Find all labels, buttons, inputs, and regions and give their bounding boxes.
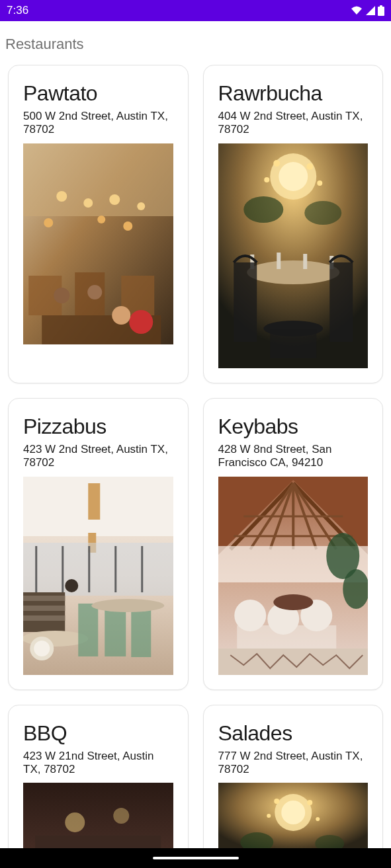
- svg-point-8: [44, 218, 53, 227]
- restaurant-address: 777 W 2nd Street, Austin TX, 78702: [218, 750, 369, 777]
- restaurant-card[interactable]: Pawtato 500 W 2nd Street, Austin TX, 787…: [8, 65, 189, 383]
- svg-rect-3: [23, 143, 173, 216]
- restaurant-address: 423 W 21nd Street, Austin TX, 78702: [23, 750, 173, 777]
- restaurant-image: [23, 143, 173, 344]
- svg-point-85: [274, 799, 279, 804]
- restaurant-address: 428 W 8nd Street, San Francisco CA, 9421…: [218, 443, 369, 470]
- svg-rect-0: [378, 7, 384, 16]
- svg-rect-49: [23, 606, 65, 611]
- restaurant-name: Rawrbucha: [218, 81, 369, 106]
- svg-rect-41: [23, 543, 173, 596]
- restaurant-card[interactable]: Salades 777 W 2nd Street, Austin TX, 787…: [203, 705, 384, 868]
- status-icons: [350, 5, 384, 16]
- page-title: Restaurants: [0, 21, 391, 65]
- svg-rect-55: [78, 604, 98, 656]
- restaurant-name: Pizzabus: [23, 414, 173, 439]
- svg-rect-42: [35, 546, 37, 592]
- svg-point-84: [281, 801, 305, 824]
- svg-point-18: [87, 285, 102, 299]
- svg-rect-1: [380, 5, 382, 7]
- restaurant-card[interactable]: Keybabs 428 W 8nd Street, San Francisco …: [203, 398, 384, 690]
- svg-point-5: [83, 198, 93, 208]
- battery-icon: [378, 5, 384, 16]
- svg-rect-31: [303, 254, 307, 269]
- svg-point-17: [54, 288, 69, 303]
- svg-point-21: [279, 162, 308, 191]
- svg-rect-33: [234, 262, 257, 342]
- restaurant-address: 500 W 2nd Street, Austin TX, 78702: [23, 110, 173, 137]
- svg-rect-46: [141, 546, 143, 592]
- svg-point-71: [343, 569, 368, 609]
- signal-icon: [365, 5, 376, 16]
- svg-rect-44: [88, 546, 90, 592]
- svg-rect-43: [62, 546, 64, 592]
- restaurant-address: 423 W 2nd Street, Austin TX, 78702: [23, 443, 173, 470]
- wifi-icon: [350, 5, 363, 16]
- svg-point-88: [316, 817, 320, 821]
- restaurant-card[interactable]: Pizzabus 423 W 2nd Street, Austin TX, 78…: [8, 398, 189, 690]
- svg-rect-48: [23, 596, 65, 601]
- restaurant-name: BBQ: [23, 721, 173, 746]
- svg-rect-34: [329, 262, 353, 342]
- svg-point-80: [113, 808, 129, 824]
- svg-point-54: [34, 641, 50, 656]
- svg-point-23: [306, 163, 313, 170]
- svg-point-76: [273, 594, 313, 610]
- svg-point-15: [129, 310, 153, 334]
- svg-point-10: [123, 221, 132, 231]
- svg-point-9: [97, 216, 105, 223]
- restaurant-name: Salades: [218, 721, 369, 746]
- svg-rect-39: [88, 483, 100, 520]
- svg-point-26: [243, 196, 283, 223]
- svg-point-86: [307, 800, 312, 805]
- svg-point-24: [264, 177, 269, 182]
- svg-point-79: [65, 812, 85, 832]
- status-bar: 7:36: [0, 0, 391, 21]
- svg-rect-57: [131, 606, 151, 657]
- status-time: 7:36: [7, 4, 28, 17]
- svg-point-4: [56, 191, 67, 202]
- restaurant-image: [23, 477, 173, 675]
- svg-point-51: [65, 579, 78, 592]
- svg-rect-30: [277, 253, 281, 269]
- svg-point-28: [247, 260, 339, 284]
- svg-point-87: [267, 814, 271, 818]
- svg-point-25: [317, 180, 322, 186]
- svg-rect-36: [270, 329, 316, 358]
- svg-point-16: [112, 306, 130, 325]
- restaurant-image: [218, 477, 369, 675]
- restaurant-card[interactable]: BBQ 423 W 21nd Street, Austin TX, 78702: [8, 705, 189, 868]
- svg-rect-45: [114, 546, 116, 592]
- android-nav-bar: [0, 848, 391, 868]
- svg-point-27: [304, 201, 341, 225]
- restaurant-name: Keybabs: [218, 414, 369, 439]
- nav-handle[interactable]: [153, 857, 239, 859]
- restaurant-image: [218, 143, 369, 368]
- restaurant-grid: Pawtato 500 W 2nd Street, Austin TX, 787…: [0, 65, 391, 868]
- svg-rect-77: [218, 649, 369, 675]
- restaurant-address: 404 W 2nd Street, Austin TX, 78702: [218, 110, 369, 137]
- svg-point-6: [109, 194, 120, 205]
- restaurant-name: Pawtato: [23, 81, 173, 106]
- restaurant-card[interactable]: Rawrbucha 404 W 2nd Street, Austin TX, 7…: [203, 65, 384, 383]
- svg-point-7: [137, 202, 145, 210]
- svg-rect-50: [23, 615, 65, 621]
- svg-point-58: [91, 599, 164, 612]
- svg-point-22: [273, 160, 280, 167]
